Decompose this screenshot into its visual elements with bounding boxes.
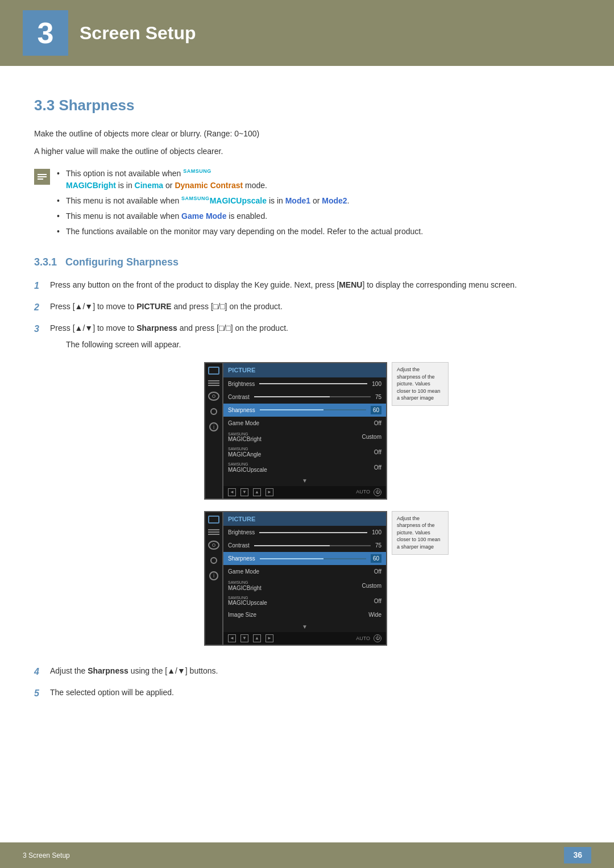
m2-scroll-indicator: ▼ bbox=[223, 621, 386, 632]
monitor-2-screen: PICTURE Brightness 100 bbox=[222, 511, 387, 646]
monitor-2-info: Adjust the sharpness of the picture. Val… bbox=[392, 511, 449, 555]
m2-bottom-bar: ◄ ▼ ▲ ► AUTO ⏻ bbox=[223, 632, 386, 645]
step-1: 1 Press any button on the front of the p… bbox=[34, 279, 580, 293]
description-1: Make the outline of objects more clear o… bbox=[34, 128, 580, 140]
m1-magicbright-row: SAMSUNG MAGICBright Custom bbox=[223, 430, 386, 445]
m2-sharpness-row: Sharpness 60 bbox=[223, 552, 386, 565]
nav-down-icon: ▼ bbox=[240, 488, 248, 496]
main-content: 3.3 Sharpness Make the outline of object… bbox=[0, 66, 614, 742]
lines-icon-2 bbox=[208, 529, 219, 535]
m1-sharpness-row: Sharpness 60 bbox=[223, 404, 386, 417]
power-icon: ⏻ bbox=[374, 488, 381, 496]
note-item-1: This option is not available when SAMSUN… bbox=[57, 168, 423, 192]
m2-nav-icons: ◄ ▼ ▲ ► bbox=[228, 634, 273, 642]
note-item-2: This menu is not available when SAMSUNGM… bbox=[57, 195, 423, 207]
m1-auto-power: AUTO ⏻ bbox=[356, 488, 381, 496]
monitor-1-screen: PICTURE Brightness 100 bbox=[222, 362, 387, 500]
monitor-1-title: PICTURE bbox=[223, 363, 386, 377]
gear-icon bbox=[209, 406, 219, 417]
chapter-header: 3 Screen Setup bbox=[0, 0, 614, 66]
monitor-1: i PICTURE Brightness bbox=[204, 362, 387, 500]
note-item-3: This menu is not available when Game Mod… bbox=[57, 210, 423, 222]
m1-bottom-bar: ◄ ▼ ▲ ► AUTO ⏻ bbox=[223, 486, 386, 499]
monitor-1-info: Adjust the sharpness of the picture. Val… bbox=[392, 362, 449, 406]
step-5: 5 The selected option will be applied. bbox=[34, 687, 580, 700]
nav-right-icon: ► bbox=[265, 488, 273, 496]
steps-list: 1 Press any button on the front of the p… bbox=[34, 279, 580, 700]
m2-brightness-row: Brightness 100 bbox=[223, 526, 386, 539]
m2-gamemode-row: Game Mode Off bbox=[223, 565, 386, 578]
step-3: 3 Press [▲/▼] to move to Sharpness and p… bbox=[34, 322, 580, 657]
note-item-4: The functions available on the monitor m… bbox=[57, 226, 423, 238]
monitor-2-sidebar: i bbox=[204, 511, 222, 646]
monitor-2-title: PICTURE bbox=[223, 512, 386, 526]
lines-icon bbox=[208, 380, 219, 386]
step-3-sub: The following screen will appear. bbox=[66, 339, 580, 351]
m1-scroll-indicator: ▼ bbox=[223, 475, 386, 486]
info-icon: i bbox=[209, 422, 218, 431]
m2-imagesize-row: Image Size Wide bbox=[223, 608, 386, 621]
gear-icon-2 bbox=[209, 555, 219, 566]
monitor-icon-2 bbox=[208, 516, 219, 524]
monitor-1-container: i PICTURE Brightness bbox=[204, 362, 449, 500]
step-4: 4 Adjust the Sharpness using the [▲/▼] b… bbox=[34, 665, 580, 679]
monitor-icon bbox=[208, 367, 219, 375]
notes-list: This option is not available when SAMSUN… bbox=[57, 168, 423, 241]
power-icon-2: ⏻ bbox=[374, 634, 381, 642]
note-icon bbox=[34, 169, 50, 185]
monitor-2: i PICTURE Brightness bbox=[204, 511, 387, 646]
circle-icon-2 bbox=[208, 541, 219, 550]
info-icon-2: i bbox=[209, 571, 218, 580]
m1-magicupscale-row: SAMSUNG MAGICUpscale Off bbox=[223, 460, 386, 475]
m2-nav-down-icon: ▼ bbox=[240, 634, 248, 642]
section-title: 3.3 Sharpness bbox=[34, 94, 580, 117]
description-2: A higher value will make the outline of … bbox=[34, 146, 580, 157]
m2-nav-right-icon: ► bbox=[265, 634, 273, 642]
step-2: 2 Press [▲/▼] to move to PICTURE and pre… bbox=[34, 301, 580, 314]
m2-magicbright-row: SAMSUNG MAGICBright Custom bbox=[223, 578, 386, 593]
chapter-number: 3 bbox=[23, 10, 68, 56]
monitor-2-container: i PICTURE Brightness bbox=[204, 511, 449, 646]
subsection-heading: Configuring Sharpness bbox=[65, 256, 179, 268]
nav-up-icon: ▲ bbox=[253, 488, 261, 496]
circle-icon bbox=[208, 392, 219, 401]
m1-brightness-row: Brightness 100 bbox=[223, 377, 386, 391]
m1-contrast-row: Contrast 75 bbox=[223, 391, 386, 404]
m2-nav-left-icon: ◄ bbox=[228, 634, 236, 642]
m2-nav-up-icon: ▲ bbox=[253, 634, 261, 642]
m2-magicupscale-row: SAMSUNG MAGICUpscale Off bbox=[223, 593, 386, 609]
m2-auto-power: AUTO ⏻ bbox=[356, 634, 381, 642]
section-number: 3.3 bbox=[34, 97, 55, 114]
monitor-1-sidebar: i bbox=[204, 362, 222, 500]
m1-nav-icons: ◄ ▼ ▲ ► bbox=[228, 488, 273, 496]
nav-left-icon: ◄ bbox=[228, 488, 236, 496]
m2-contrast-row: Contrast 75 bbox=[223, 539, 386, 552]
m1-magicangle-row: SAMSUNG MAGICAngle Off bbox=[223, 445, 386, 460]
subsection-number: 3.3.1 bbox=[34, 256, 57, 268]
note-box: This option is not available when SAMSUN… bbox=[34, 168, 580, 241]
m1-gamemode-row: Game Mode Off bbox=[223, 417, 386, 430]
screenshots: i PICTURE Brightness bbox=[73, 362, 580, 646]
subsection-title: 3.3.1 Configuring Sharpness bbox=[34, 255, 580, 270]
chapter-title: Screen Setup bbox=[80, 19, 196, 47]
section-heading: Sharpness bbox=[59, 97, 134, 114]
